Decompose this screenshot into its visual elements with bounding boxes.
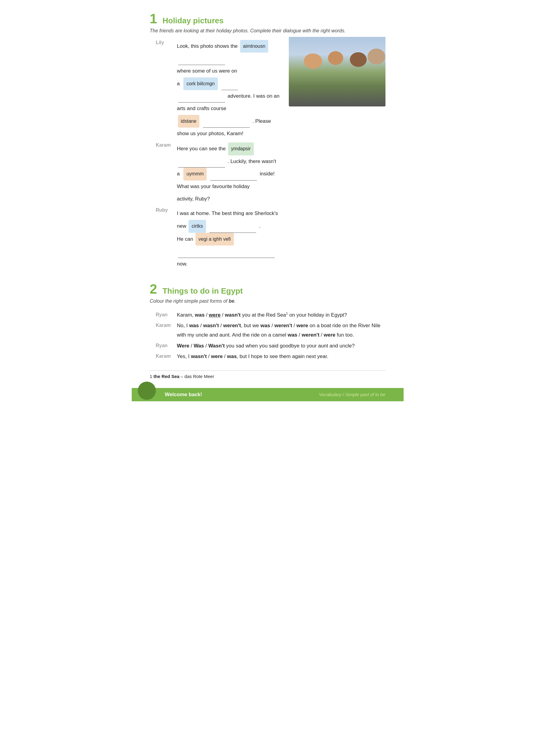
svg-point-47	[305, 98, 312, 101]
section1: 1 Holiday pictures The friends are looki…	[150, 12, 385, 270]
footer-left: Welcome back!	[165, 392, 202, 398]
svg-rect-22	[363, 55, 378, 60]
svg-point-37	[364, 60, 376, 74]
svg-rect-11	[363, 43, 378, 48]
opt-was2[interactable]: was	[189, 323, 199, 328]
svg-rect-36	[348, 88, 352, 97]
dialogue-block: Lily Look, this photo shows the aimtnous…	[156, 40, 280, 270]
svg-rect-4	[339, 37, 354, 42]
opt-was[interactable]: was	[195, 312, 205, 318]
svg-point-44	[321, 83, 325, 89]
dialogue-ruby: Ruby I was at home. The best thing are S…	[156, 207, 280, 270]
section2: 2 Things to do in Egypt Colour the right…	[150, 283, 385, 361]
section2-instruction: Colour the right simple past forms of be…	[150, 298, 385, 305]
karam2-speech: Yes, I wasn't / were / was, but I hope t…	[177, 352, 385, 361]
opt-was5[interactable]: Was	[194, 343, 204, 349]
svg-rect-17	[372, 49, 385, 54]
speaker2-ryan2: Ryan	[156, 341, 177, 350]
speaker-lily: Lily	[156, 40, 177, 45]
opt-were5[interactable]: were	[211, 353, 223, 359]
svg-rect-20	[329, 55, 345, 60]
blank-2[interactable]	[221, 85, 238, 90]
instruction-end: .	[235, 298, 236, 304]
blank-3[interactable]	[178, 97, 225, 103]
karam-speech: Here you can see the ymdapsir . Luckily,…	[177, 142, 280, 205]
lily-line2: where some of us were on	[177, 65, 280, 77]
blank-5[interactable]	[178, 162, 225, 167]
chip-cork: cork biilcmgn	[183, 77, 217, 90]
instruction-bold: be	[229, 298, 235, 304]
svg-rect-23	[301, 82, 373, 106]
opt-wasnt2[interactable]: wasn't	[203, 323, 219, 328]
opt-was3[interactable]: was	[260, 323, 270, 328]
lily-speech: Look, this photo shows the aimtnousn whe…	[177, 40, 280, 140]
lily-line4: adventure. I was on an arts and crafts c…	[177, 90, 280, 115]
opt-werent[interactable]: weren't	[223, 323, 241, 328]
svg-rect-26	[304, 78, 315, 91]
opt-was4[interactable]: was	[288, 332, 297, 338]
blank-1[interactable]	[178, 60, 225, 65]
svg-rect-13	[305, 49, 321, 54]
chip-vegi: vegi a ighh vefi	[195, 233, 234, 246]
footer-right: Vocabulary / Simple past of to be	[319, 392, 385, 397]
blank-6[interactable]	[210, 175, 257, 181]
ruby-speech: I was at home. The best thing are Sherlo…	[177, 207, 280, 270]
opt-werent2[interactable]: weren't	[274, 323, 292, 328]
friends-photo-svg	[289, 37, 385, 106]
opt-werent3[interactable]: weren't	[301, 332, 319, 338]
svg-rect-35	[342, 88, 346, 97]
svg-rect-12	[289, 49, 304, 54]
svg-point-29	[324, 64, 335, 75]
svg-point-48	[312, 98, 320, 101]
svg-point-46	[321, 87, 326, 92]
footnote-rest: – das Rote Meer	[180, 374, 214, 379]
section2-header: 2 Things to do in Egypt	[150, 283, 385, 296]
speaker2-karam2: Karam	[156, 352, 177, 361]
blank-4[interactable]	[203, 122, 250, 128]
svg-rect-16	[355, 49, 370, 54]
lily-line3: a cork biilcmgn	[177, 77, 280, 90]
svg-rect-40	[369, 88, 374, 99]
karam-line1: Here you can see the ymdapsir . Luckily,…	[177, 142, 280, 167]
speaker2-karam1: Karam	[156, 321, 177, 330]
svg-rect-9	[329, 43, 345, 48]
svg-rect-10	[346, 43, 361, 48]
opt-were[interactable]: were	[209, 312, 220, 318]
opt-were4[interactable]: Were	[177, 343, 189, 349]
chip-aimtnousn: aimtnousn	[240, 40, 268, 53]
opt-was6[interactable]: was	[227, 353, 237, 359]
chip-idstane: idstane	[178, 115, 200, 128]
section1-number: 1	[150, 12, 157, 25]
svg-rect-8	[313, 43, 328, 48]
svg-point-42	[321, 85, 329, 93]
section2-title: Things to do in Egypt	[162, 287, 243, 296]
svg-rect-7	[296, 43, 311, 48]
karam-line2: a uymmm inside! What was your favourite …	[177, 167, 280, 193]
svg-rect-15	[339, 49, 354, 54]
dialogue-lily: Lily Look, this photo shows the aimtnous…	[156, 40, 280, 140]
dialogue2-karam1: Karam No, I was / wasn't / weren't, but …	[156, 321, 385, 340]
svg-rect-27	[303, 90, 308, 99]
opt-were2[interactable]: were	[296, 323, 308, 328]
svg-rect-31	[324, 88, 328, 97]
speaker-karam: Karam	[156, 142, 177, 148]
opt-were3[interactable]: were	[324, 332, 336, 338]
svg-rect-0	[289, 37, 385, 106]
ryan2-speech: Were / Was / Wasn't you sad when you sai…	[177, 341, 385, 350]
opt-wasnt3[interactable]: Wasn't	[208, 343, 224, 349]
dialogue2-ryan2: Ryan Were / Was / Wasn't you sad when yo…	[156, 341, 385, 350]
opt-wasnt4[interactable]: wasn't	[191, 353, 207, 359]
svg-rect-2	[305, 37, 321, 42]
svg-rect-3	[322, 37, 337, 42]
svg-rect-6	[372, 37, 385, 42]
svg-rect-21	[346, 55, 361, 60]
ryan1-speech: Karam, was / were / wasn't you at the Re…	[177, 310, 385, 319]
blank-7[interactable]	[209, 227, 256, 233]
speaker-ruby: Ruby	[156, 207, 177, 213]
ruby-line1: I was at home. The best thing are Sherlo…	[177, 207, 280, 232]
blank-8[interactable]	[178, 253, 275, 258]
svg-point-25	[304, 67, 315, 78]
section1-content: Lily Look, this photo shows the aimtnous…	[150, 40, 385, 270]
opt-wasnt[interactable]: wasn't	[225, 312, 240, 318]
ruby-line2: He can vegi a ighh vefi now.	[177, 233, 280, 270]
